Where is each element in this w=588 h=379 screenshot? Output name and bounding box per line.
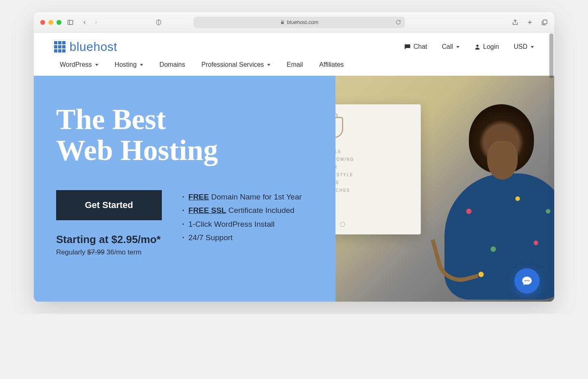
svg-point-8 — [528, 280, 529, 281]
scrollbar[interactable] — [549, 33, 554, 302]
close-window-button[interactable] — [40, 20, 45, 25]
svg-point-7 — [527, 280, 528, 281]
lock-icon — [280, 20, 285, 24]
feature-item: 24/7 Support — [182, 231, 302, 244]
new-tab-icon[interactable] — [527, 19, 533, 26]
nav-professional-services[interactable]: Professional Services — [201, 61, 270, 68]
hero-person-image — [420, 88, 554, 300]
site-header: bluehost Chat Call Login USD — [34, 33, 554, 57]
window-controls — [40, 20, 61, 25]
login-link[interactable]: Login — [474, 43, 499, 50]
browser-toolbar: bluehost.com — [34, 12, 554, 33]
chat-bubble-icon — [521, 275, 533, 287]
nav-wordpress[interactable]: WordPress — [60, 61, 98, 68]
logo-icon — [54, 41, 65, 53]
chevron-down-icon — [531, 46, 534, 48]
share-icon[interactable] — [512, 19, 518, 26]
chevron-down-icon — [267, 64, 270, 66]
hero-section: The Best Web Hosting Get Started Startin… — [34, 76, 554, 302]
call-dropdown[interactable]: Call — [442, 43, 460, 50]
feature-list: FREE Domain Name for 1st Year FREE SSL C… — [182, 190, 302, 244]
maximize-window-button[interactable] — [57, 20, 61, 25]
url-text: bluehost.com — [287, 19, 318, 25]
nav-affiliates[interactable]: Affiliates — [319, 61, 344, 68]
forward-button[interactable] — [93, 20, 99, 25]
svg-point-5 — [476, 45, 478, 47]
hero-title: The Best Web Hosting — [56, 104, 327, 166]
feature-item: 1-Click WordPress Install — [182, 217, 302, 231]
feature-item: FREE Domain Name for 1st Year — [182, 190, 302, 204]
mock-logo-icon — [335, 117, 343, 138]
instagram-icon: ◯ — [340, 221, 345, 227]
back-button[interactable] — [82, 20, 87, 25]
minimize-window-button[interactable] — [48, 20, 53, 25]
chevron-down-icon — [95, 64, 98, 66]
feature-item: FREE SSL Certificate Included — [182, 204, 302, 217]
address-bar[interactable]: bluehost.com — [194, 17, 405, 28]
privacy-shield-icon[interactable] — [155, 19, 162, 26]
nav-hosting[interactable]: Hosting — [115, 61, 143, 68]
refresh-icon[interactable] — [396, 20, 401, 25]
svg-rect-0 — [68, 20, 73, 24]
sidebar-icon[interactable] — [67, 19, 74, 26]
chat-icon — [404, 43, 411, 50]
mock-website-preview: STYLE GROOMING HAIR LIFESTYLE CARS WATCH… — [335, 104, 421, 234]
chevron-down-icon — [456, 46, 460, 48]
currency-dropdown[interactable]: USD — [514, 43, 534, 50]
hero-image: STYLE GROOMING HAIR LIFESTYLE CARS WATCH… — [335, 76, 554, 302]
mock-menu: STYLE GROOMING HAIR LIFESTYLE CARS WATCH… — [335, 148, 412, 194]
svg-rect-4 — [543, 20, 547, 24]
chat-widget-button[interactable] — [514, 268, 540, 294]
scrollbar-thumb[interactable] — [549, 33, 553, 78]
pricing-info: Starting at $2.95/mo* Regularly $7.99 36… — [56, 233, 162, 256]
chevron-down-icon — [140, 64, 143, 66]
nav-domains[interactable]: Domains — [159, 61, 185, 68]
nav-email[interactable]: Email — [287, 61, 303, 68]
get-started-button[interactable]: Get Started — [56, 190, 162, 220]
mock-social-icons: f ✦ ◯ — [335, 221, 345, 227]
chat-link[interactable]: Chat — [404, 43, 427, 50]
main-nav: WordPress Hosting Domains Professional S… — [34, 57, 554, 76]
user-icon — [474, 44, 481, 50]
page-content: bluehost Chat Call Login USD — [34, 33, 554, 302]
logo[interactable]: bluehost — [54, 40, 117, 54]
logo-text: bluehost — [70, 40, 117, 54]
tabs-icon[interactable] — [541, 19, 548, 26]
svg-point-6 — [525, 280, 526, 281]
